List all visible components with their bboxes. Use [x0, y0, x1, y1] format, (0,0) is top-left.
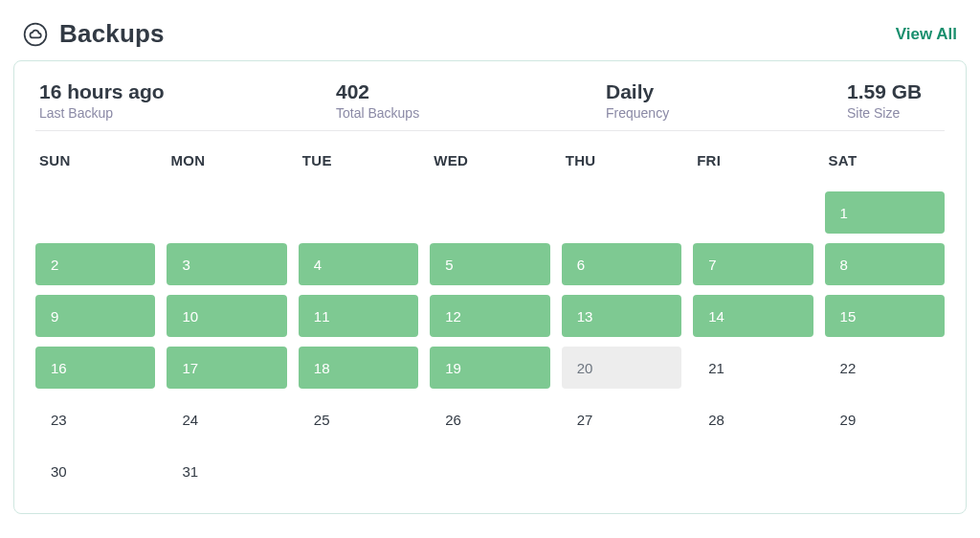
calendar-cell: 23	[35, 398, 155, 440]
calendar-cell[interactable]: 20	[562, 347, 681, 389]
calendar-day-header: THU	[562, 150, 681, 182]
calendar-cell[interactable]: 2	[35, 243, 155, 285]
calendar-cell[interactable]: 13	[562, 295, 681, 337]
calendar-day-header: SUN	[35, 150, 155, 182]
stat-label: Frequency	[606, 105, 847, 121]
calendar-cell[interactable]: 14	[693, 295, 813, 337]
calendar-cell: 25	[299, 398, 418, 440]
stat-label: Total Backups	[336, 105, 606, 121]
stats-row: 16 hours ago Last Backup 402 Total Backu…	[35, 80, 945, 131]
calendar-grid: SUNMONTUEWEDTHUFRISAT1234567891011121314…	[35, 150, 945, 492]
calendar-cell[interactable]: 8	[825, 243, 945, 285]
cloud-backup-icon	[23, 22, 48, 47]
calendar-cell: 24	[167, 398, 286, 440]
stat-last-backup: 16 hours ago Last Backup	[39, 80, 336, 121]
calendar-cell[interactable]: 3	[167, 243, 286, 285]
calendar-cell: 28	[693, 398, 813, 440]
stat-total-backups: 402 Total Backups	[336, 80, 606, 121]
calendar-cell[interactable]: 7	[693, 243, 813, 285]
calendar-cell: 26	[430, 398, 549, 440]
view-all-link[interactable]: View All	[896, 25, 957, 44]
calendar-cell: 29	[825, 398, 945, 440]
stat-label: Site Size	[847, 105, 943, 121]
calendar-cell: 31	[167, 450, 286, 492]
calendar-cell[interactable]: 17	[167, 347, 286, 389]
calendar-cell[interactable]: 9	[35, 295, 155, 337]
calendar-day-header: MON	[167, 150, 286, 182]
calendar-cell[interactable]: 19	[430, 347, 549, 389]
calendar-day-header: SAT	[825, 150, 945, 182]
calendar-day-header: WED	[430, 150, 549, 182]
calendar-cell[interactable]: 4	[299, 243, 418, 285]
stat-value: Daily	[606, 80, 847, 103]
stat-value: 1.59 GB	[847, 80, 943, 103]
stat-value: 402	[336, 80, 606, 103]
calendar-cell: 30	[35, 450, 155, 492]
stat-label: Last Backup	[39, 105, 336, 121]
calendar-cell[interactable]: 16	[35, 347, 155, 389]
calendar-cell[interactable]: 5	[430, 243, 549, 285]
stat-frequency: Daily Frequency	[606, 80, 847, 121]
calendar-cell: 21	[693, 347, 813, 389]
calendar-cell[interactable]: 11	[299, 295, 418, 337]
stat-value: 16 hours ago	[39, 80, 336, 103]
stat-site-size: 1.59 GB Site Size	[847, 80, 943, 121]
calendar-cell[interactable]: 6	[562, 243, 681, 285]
page-title: Backups	[59, 19, 165, 49]
calendar-cell: 27	[562, 398, 681, 440]
calendar-cell: 22	[825, 347, 945, 389]
backups-panel: 16 hours ago Last Backup 402 Total Backu…	[13, 60, 967, 514]
calendar-day-header: TUE	[299, 150, 418, 182]
calendar-cell[interactable]: 1	[825, 191, 945, 234]
calendar-cell[interactable]: 18	[299, 347, 418, 389]
calendar-day-header: FRI	[693, 150, 813, 182]
calendar-cell[interactable]: 10	[167, 295, 286, 337]
svg-point-0	[25, 23, 47, 45]
calendar-cell[interactable]: 15	[825, 295, 945, 337]
calendar-cell[interactable]: 12	[430, 295, 549, 337]
